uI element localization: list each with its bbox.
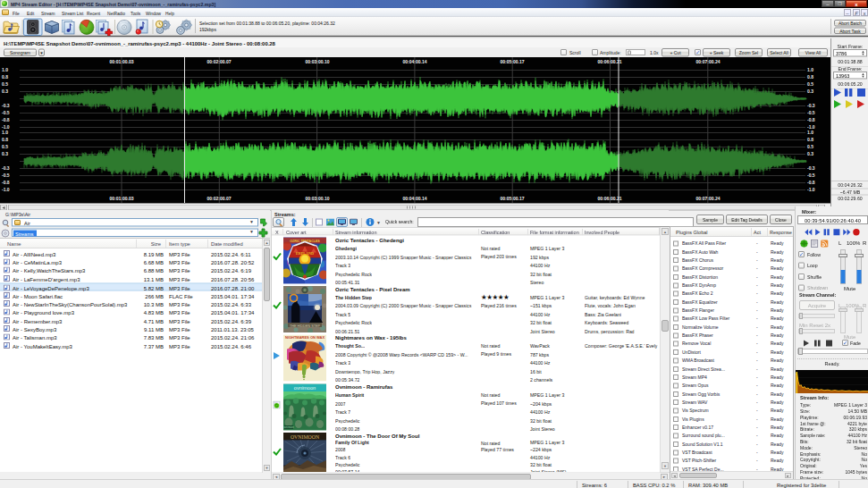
svg-text:ovnimoon: ovnimoon bbox=[294, 385, 316, 391]
svg-text:OVNIMOON: OVNIMOON bbox=[291, 433, 320, 439]
svg-text:THE HIDDEN STEP: THE HIDDEN STEP bbox=[290, 324, 321, 328]
svg-text:ovnimoon: ovnimoon bbox=[283, 425, 294, 429]
svg-text:NIGHTMARES ON WAX: NIGHTMARES ON WAX bbox=[285, 335, 325, 340]
